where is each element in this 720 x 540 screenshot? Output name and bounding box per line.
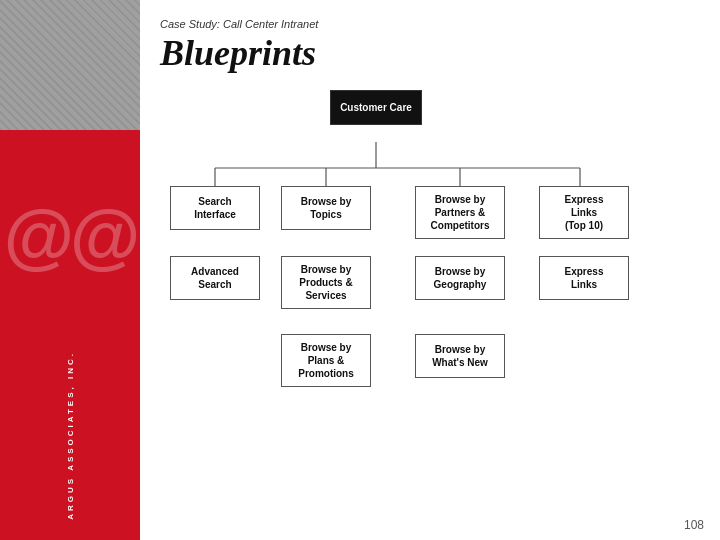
page-number: 108 xyxy=(684,518,704,532)
search-interface-node[interactable]: SearchInterface xyxy=(170,186,260,230)
browse-partners-node[interactable]: Browse byPartners &Competitors xyxy=(415,186,505,239)
browse-geography-node[interactable]: Browse byGeography xyxy=(415,256,505,300)
browse-topics-node[interactable]: Browse byTopics xyxy=(281,186,371,230)
browse-plans-node[interactable]: Browse byPlans &Promotions xyxy=(281,334,371,387)
brand-text: ARGUS ASSOCIATES, INC. xyxy=(66,351,75,520)
diagram: Customer Care SearchInterface AdvancedSe… xyxy=(160,90,700,460)
sidebar-image xyxy=(0,0,140,130)
brand-area: ARGUS ASSOCIATES, INC. xyxy=(0,341,140,540)
customer-care-node[interactable]: Customer Care xyxy=(330,90,422,125)
sidebar: @@ ARGUS ASSOCIATES, INC. xyxy=(0,0,140,540)
main-content: Case Study: Call Center Intranet Bluepri… xyxy=(140,0,720,540)
browse-products-node[interactable]: Browse byProducts &Services xyxy=(281,256,371,309)
subtitle: Case Study: Call Center Intranet xyxy=(160,18,700,30)
express-links-node[interactable]: ExpressLinks xyxy=(539,256,629,300)
at-symbol-icon: @@ xyxy=(0,130,140,341)
express-links-top-node[interactable]: ExpressLinks(Top 10) xyxy=(539,186,629,239)
page-title: Blueprints xyxy=(160,32,700,74)
advanced-search-node[interactable]: AdvancedSearch xyxy=(170,256,260,300)
browse-whats-new-node[interactable]: Browse byWhat's New xyxy=(415,334,505,378)
